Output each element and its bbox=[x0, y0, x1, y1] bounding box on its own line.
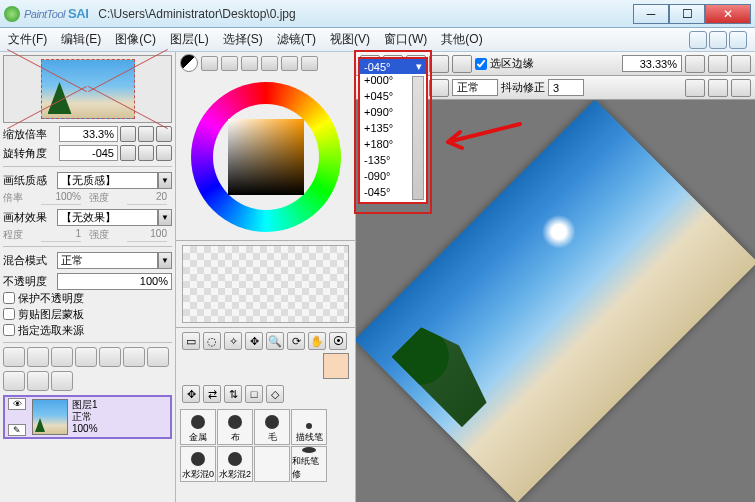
color-mode-button[interactable] bbox=[261, 56, 278, 71]
zoom-out-button[interactable] bbox=[120, 126, 136, 142]
menu-layer[interactable]: 图层(L) bbox=[170, 31, 209, 48]
clip-mask-checkbox[interactable] bbox=[3, 308, 15, 320]
color-mode-button[interactable] bbox=[201, 56, 218, 71]
zoom-percent-field[interactable]: 33.33% bbox=[622, 55, 682, 72]
magic-wand-tool[interactable]: ✧ bbox=[224, 332, 242, 350]
tex-scale-value[interactable]: 100% bbox=[41, 191, 81, 205]
effect-select[interactable]: 【无效果】 bbox=[57, 209, 158, 226]
rotate-left-button[interactable] bbox=[120, 145, 136, 161]
hand-tool[interactable]: ✋ bbox=[308, 332, 326, 350]
flip-v-tool[interactable]: ⇅ bbox=[224, 385, 242, 403]
flip-h-tool[interactable]: ⇄ bbox=[203, 385, 221, 403]
color-mode-button[interactable] bbox=[301, 56, 318, 71]
panel-toggle-button[interactable] bbox=[709, 31, 727, 49]
rotate-value[interactable]: -045 bbox=[59, 145, 118, 161]
zoom-reset-button[interactable] bbox=[156, 126, 172, 142]
flip-button[interactable] bbox=[429, 79, 449, 97]
menu-filter[interactable]: 滤镜(T) bbox=[277, 31, 316, 48]
brush-preset[interactable] bbox=[254, 446, 290, 482]
select-source-checkbox[interactable] bbox=[3, 324, 15, 336]
rotation-dropdown[interactable]: -045° ▾ +000° +045° +090° +135° +180° -1… bbox=[358, 57, 428, 204]
menu-image[interactable]: 图像(C) bbox=[115, 31, 156, 48]
select-rect-tool[interactable]: ▭ bbox=[182, 332, 200, 350]
zoom-fit-button[interactable] bbox=[731, 55, 751, 73]
blend-mode-field[interactable]: 正常 bbox=[452, 79, 498, 96]
menu-select[interactable]: 选择(S) bbox=[223, 31, 263, 48]
fg-bg-swatch-icon[interactable] bbox=[180, 54, 198, 72]
menu-file[interactable]: 文件(F) bbox=[8, 31, 47, 48]
lasso-tool[interactable]: ◌ bbox=[203, 332, 221, 350]
maximize-button[interactable]: ☐ bbox=[669, 4, 705, 24]
delete-layer-button[interactable] bbox=[123, 347, 145, 367]
rotate-tool[interactable]: ⟳ bbox=[287, 332, 305, 350]
transform-tool[interactable]: ◇ bbox=[266, 385, 284, 403]
edit-layer-icon[interactable]: ✎ bbox=[8, 424, 26, 436]
texture-select[interactable]: 【无质感】 bbox=[57, 172, 158, 189]
merge-down-button[interactable] bbox=[3, 371, 25, 391]
menu-view[interactable]: 视图(V) bbox=[330, 31, 370, 48]
color-mode-button[interactable] bbox=[221, 56, 238, 71]
brush-preset[interactable]: 毛 bbox=[254, 409, 290, 445]
brush-preset[interactable]: 布 bbox=[217, 409, 253, 445]
scrollbar[interactable] bbox=[412, 76, 424, 200]
panel-toggle-button[interactable] bbox=[689, 31, 707, 49]
color-wheel[interactable] bbox=[191, 82, 341, 232]
transform-tool[interactable]: □ bbox=[245, 385, 263, 403]
rotate-right-button[interactable] bbox=[138, 145, 154, 161]
opacity-value[interactable]: 100% bbox=[57, 273, 172, 290]
brush-preset[interactable]: 描线笔 bbox=[291, 409, 327, 445]
zoom-in-button[interactable] bbox=[138, 126, 154, 142]
navigator-thumbnail[interactable] bbox=[3, 55, 172, 123]
zoom-tool[interactable]: 🔍 bbox=[266, 332, 284, 350]
tex-strength-value[interactable]: 20 bbox=[127, 191, 167, 205]
new-folder-button[interactable] bbox=[51, 347, 73, 367]
selection-edge-checkbox[interactable] bbox=[475, 58, 487, 70]
color-mode-button[interactable] bbox=[241, 56, 258, 71]
brush-preset[interactable]: 和纸笔修 bbox=[291, 446, 327, 482]
brush-preset[interactable]: 水彩混2 bbox=[217, 446, 253, 482]
current-color-swatch[interactable] bbox=[323, 353, 349, 379]
chevron-down-icon[interactable]: ▼ bbox=[158, 252, 172, 269]
swatches-panel[interactable] bbox=[182, 245, 349, 323]
show-sel-button[interactable] bbox=[452, 55, 472, 73]
blend-select[interactable]: 正常 bbox=[57, 252, 158, 269]
new-layer-button[interactable] bbox=[3, 347, 25, 367]
new-linework-button[interactable] bbox=[27, 347, 49, 367]
minimize-button[interactable]: ─ bbox=[633, 4, 669, 24]
invert-button[interactable] bbox=[429, 55, 449, 73]
toolbar-button[interactable] bbox=[708, 79, 728, 97]
effect-degree-value[interactable]: 1 bbox=[41, 228, 81, 242]
brush-preset[interactable]: 金属 bbox=[180, 409, 216, 445]
blend-label: 混合模式 bbox=[3, 253, 57, 268]
zoom-out-button[interactable] bbox=[685, 55, 705, 73]
menu-window[interactable]: 窗口(W) bbox=[384, 31, 427, 48]
rotate-reset-button[interactable] bbox=[156, 145, 172, 161]
move-tool[interactable]: ✥ bbox=[245, 332, 263, 350]
layer-item[interactable]: 👁 ✎ 图层1 正常 100% bbox=[3, 395, 172, 439]
layer-action-button[interactable] bbox=[99, 347, 121, 367]
chevron-down-icon[interactable]: ▼ bbox=[158, 209, 172, 226]
layer-mask-button[interactable] bbox=[51, 371, 73, 391]
menu-other[interactable]: 其他(O) bbox=[441, 31, 482, 48]
chevron-down-icon[interactable]: ▾ bbox=[416, 60, 422, 73]
color-mode-button[interactable] bbox=[281, 56, 298, 71]
color-square[interactable] bbox=[228, 119, 304, 195]
jitter-field[interactable]: 3 bbox=[548, 79, 584, 96]
move-tool[interactable]: ✥ bbox=[182, 385, 200, 403]
chevron-down-icon[interactable]: ▼ bbox=[158, 172, 172, 189]
toolbar-button[interactable] bbox=[685, 79, 705, 97]
zoom-value[interactable]: 33.3% bbox=[59, 126, 118, 142]
close-button[interactable]: ✕ bbox=[705, 4, 751, 24]
panel-toggle-button[interactable] bbox=[729, 31, 747, 49]
layer-action-button[interactable] bbox=[75, 347, 97, 367]
clear-layer-button[interactable] bbox=[147, 347, 169, 367]
menu-edit[interactable]: 编辑(E) bbox=[61, 31, 101, 48]
flatten-button[interactable] bbox=[27, 371, 49, 391]
protect-opacity-checkbox[interactable] bbox=[3, 292, 15, 304]
visibility-icon[interactable]: 👁 bbox=[8, 398, 26, 410]
effect-strength-value[interactable]: 100 bbox=[127, 228, 167, 242]
eyedropper-tool[interactable]: ⦿ bbox=[329, 332, 347, 350]
brush-preset[interactable]: 水彩混0 bbox=[180, 446, 216, 482]
zoom-in-button[interactable] bbox=[708, 55, 728, 73]
toolbar-button[interactable] bbox=[731, 79, 751, 97]
